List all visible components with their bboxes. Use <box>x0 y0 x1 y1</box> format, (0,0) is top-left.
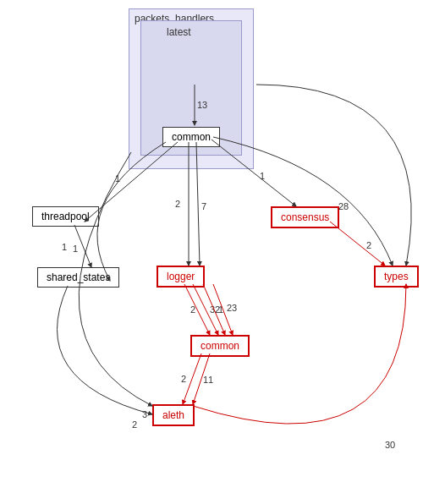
aleth-box: aleth <box>152 404 195 426</box>
logger-node: logger <box>157 266 205 288</box>
common-inner-box: common <box>162 127 220 147</box>
svg-line-26 <box>183 353 201 404</box>
svg-text:2: 2 <box>366 240 371 250</box>
aleth-node: aleth <box>152 404 195 426</box>
svg-line-20 <box>203 284 225 335</box>
svg-text:1: 1 <box>73 244 78 254</box>
svg-text:7: 7 <box>201 201 206 211</box>
diagram-container: packets_handlers latest common threadpoo… <box>0 0 445 504</box>
svg-text:2: 2 <box>190 304 195 315</box>
common-lower-box: common <box>190 335 250 357</box>
common-inner-node: common <box>162 127 220 147</box>
types-node: types <box>374 266 419 288</box>
shared-states-box: shared_states <box>37 267 119 288</box>
svg-text:28: 28 <box>338 201 349 211</box>
svg-line-24 <box>193 353 210 404</box>
svg-text:30: 30 <box>385 440 395 450</box>
svg-text:2: 2 <box>132 419 137 430</box>
svg-text:1: 1 <box>218 304 223 315</box>
threadpool-node: threadpool <box>32 206 99 227</box>
svg-text:23: 23 <box>227 303 237 313</box>
types-box: types <box>374 266 419 288</box>
latest-label: latest <box>167 26 191 38</box>
svg-text:1: 1 <box>115 173 120 184</box>
svg-text:2: 2 <box>175 199 180 209</box>
common-lower-node: common <box>190 335 250 357</box>
shared-states-node: shared_states <box>37 267 119 288</box>
consensus-box: consensus <box>271 206 339 228</box>
svg-line-18 <box>193 284 218 335</box>
svg-text:1: 1 <box>62 242 67 252</box>
svg-text:2: 2 <box>181 374 186 384</box>
svg-line-22 <box>213 284 233 335</box>
svg-text:32: 32 <box>210 304 220 315</box>
svg-text:3: 3 <box>142 409 147 419</box>
threadpool-box: threadpool <box>32 206 99 227</box>
logger-box: logger <box>157 266 205 288</box>
svg-text:11: 11 <box>203 375 213 385</box>
svg-text:1: 1 <box>260 171 265 181</box>
svg-line-16 <box>184 284 210 335</box>
svg-line-9 <box>74 225 91 267</box>
consensus-node: consensus <box>271 206 339 228</box>
